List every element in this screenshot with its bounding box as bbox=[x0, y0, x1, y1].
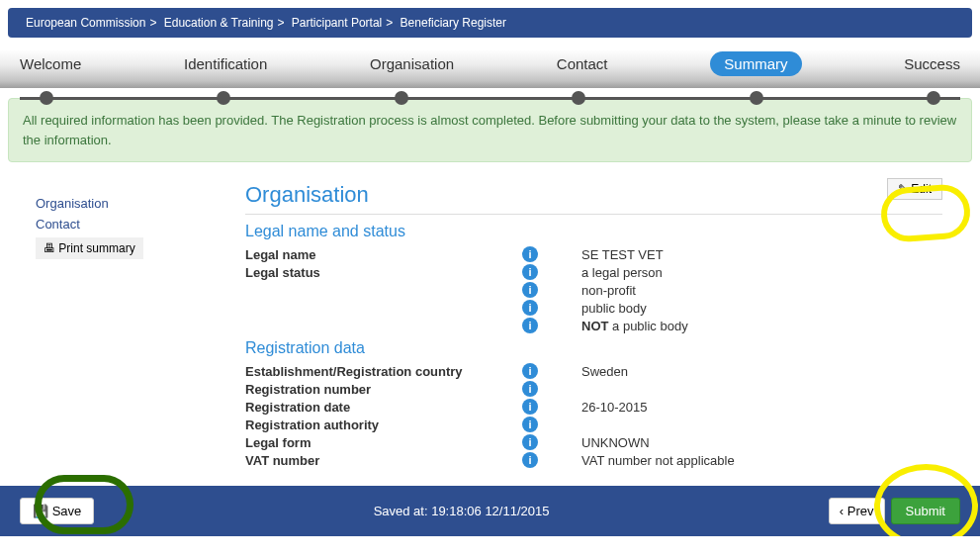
info-icon[interactable]: i bbox=[522, 434, 538, 450]
wizard-steps: Welcome Identification Organisation Cont… bbox=[0, 49, 980, 88]
print-summary-button[interactable]: 🖶 Print summary bbox=[36, 237, 143, 259]
label-legal-name: Legal name bbox=[245, 247, 522, 262]
info-icon[interactable]: i bbox=[522, 246, 538, 262]
step-dot bbox=[572, 91, 585, 105]
step-dot bbox=[217, 91, 230, 105]
step-organisation[interactable]: Organisation bbox=[370, 55, 454, 76]
info-icon[interactable]: i bbox=[522, 381, 538, 397]
save-button[interactable]: 💾 Save bbox=[20, 498, 94, 524]
info-icon[interactable]: i bbox=[522, 363, 538, 379]
value-legal-form: UNKNOWN bbox=[581, 435, 942, 450]
summary-content: ✎ Edit Organisation Legal name and statu… bbox=[245, 172, 972, 470]
step-identification[interactable]: Identification bbox=[184, 55, 267, 76]
step-contact[interactable]: Contact bbox=[557, 55, 608, 76]
side-nav: Organisation Contact 🖶 Print summary bbox=[8, 172, 245, 470]
prev-button[interactable]: ‹ Prev bbox=[829, 498, 885, 524]
info-icon[interactable]: i bbox=[522, 318, 538, 333]
step-summary[interactable]: Summary bbox=[710, 55, 801, 76]
value-vat: VAT number not applicable bbox=[581, 453, 942, 468]
breadcrumb-link[interactable]: Participant Portal bbox=[292, 16, 382, 30]
info-alert: All required information has been provid… bbox=[8, 98, 972, 162]
step-dot bbox=[40, 91, 53, 105]
info-icon[interactable]: i bbox=[522, 264, 538, 280]
footer-bar: 💾 Save Saved at: 19:18:06 12/11/2015 ‹ P… bbox=[0, 486, 980, 536]
label-reg-authority: Registration authority bbox=[245, 418, 522, 432]
info-icon[interactable]: i bbox=[522, 282, 538, 298]
value-legal-status-1: a legal person bbox=[581, 265, 942, 280]
label-vat: VAT number bbox=[245, 453, 522, 468]
label-legal-form: Legal form bbox=[245, 435, 522, 450]
subsection-registration-data: Registration data bbox=[245, 339, 942, 357]
breadcrumb: European Commission> Education & Trainin… bbox=[8, 8, 972, 38]
value-legal-status-3: public body bbox=[581, 301, 942, 316]
saved-at-text: Saved at: 19:18:06 12/11/2015 bbox=[374, 504, 550, 518]
submit-button[interactable]: Submit bbox=[891, 498, 960, 524]
step-dot bbox=[927, 91, 940, 105]
breadcrumb-link[interactable]: Beneficiary Register bbox=[401, 16, 506, 30]
info-icon[interactable]: i bbox=[522, 417, 538, 432]
label-est-country: Establishment/Registration country bbox=[245, 364, 522, 379]
value-est-country: Sweden bbox=[581, 364, 942, 379]
info-icon[interactable]: i bbox=[522, 452, 538, 468]
sidenav-organisation[interactable]: Organisation bbox=[36, 196, 245, 211]
label-reg-number: Registration number bbox=[245, 382, 522, 397]
breadcrumb-link[interactable]: European Commission bbox=[26, 16, 145, 30]
pencil-icon: ✎ bbox=[898, 182, 908, 196]
breadcrumb-link[interactable]: Education & Training bbox=[164, 16, 274, 30]
chevron-left-icon: ‹ bbox=[840, 504, 844, 518]
edit-button[interactable]: ✎ Edit bbox=[887, 178, 942, 200]
label-reg-date: Registration date bbox=[245, 400, 522, 415]
save-icon: 💾 bbox=[33, 504, 48, 518]
value-reg-date: 26-10-2015 bbox=[581, 400, 942, 415]
info-icon[interactable]: i bbox=[522, 300, 538, 316]
section-title-organisation: Organisation bbox=[245, 182, 942, 208]
step-dot bbox=[750, 91, 763, 105]
step-welcome[interactable]: Welcome bbox=[20, 55, 81, 76]
print-icon: 🖶 bbox=[44, 241, 55, 255]
step-dot bbox=[395, 91, 408, 105]
subsection-legal-name: Legal name and status bbox=[245, 223, 942, 240]
label-legal-status: Legal status bbox=[245, 265, 522, 280]
value-legal-status-2: non-profit bbox=[581, 283, 942, 298]
step-success: Success bbox=[904, 55, 960, 76]
value-legal-status-4: NOT a public body bbox=[581, 319, 942, 333]
sidenav-contact[interactable]: Contact bbox=[36, 217, 245, 232]
value-legal-name: SE TEST VET bbox=[581, 247, 942, 262]
info-icon[interactable]: i bbox=[522, 399, 538, 415]
